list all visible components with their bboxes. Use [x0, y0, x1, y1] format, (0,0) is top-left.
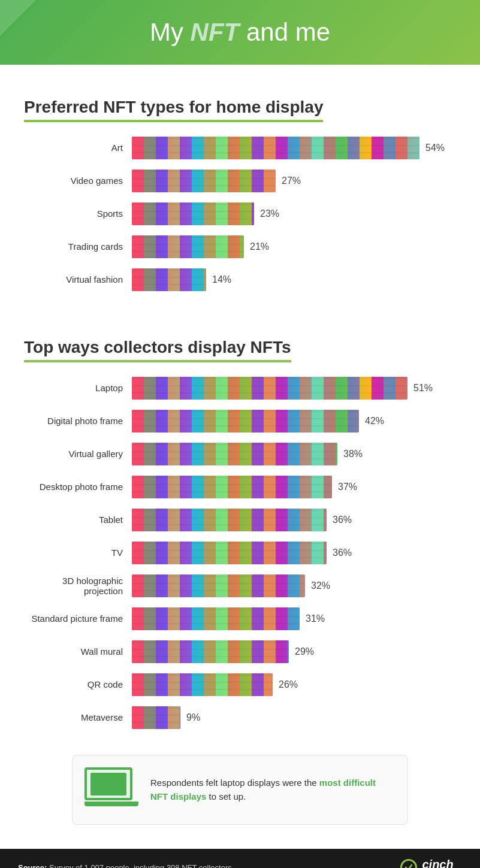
chart-bar [132, 574, 305, 597]
chart-row: Virtual fashion 14% [24, 266, 456, 293]
chart-percent: 9% [186, 712, 200, 723]
chart-bar [132, 170, 276, 192]
logo-name: cinch [422, 858, 453, 868]
chart-row: Art 54% [24, 134, 456, 161]
chart-percent: 51% [413, 383, 433, 394]
chart-row: Trading cards 21% [24, 233, 456, 260]
section2-title: Top ways collectors display NFTs [24, 335, 291, 362]
chart-label: Laptop [24, 383, 132, 393]
chart-bar-container: 31% [132, 607, 456, 630]
chart-percent: 37% [338, 482, 357, 492]
chart-bar-container: 37% [132, 476, 456, 498]
chart-row: Wall mural 29% [24, 638, 456, 665]
chart-bar-container: 36% [132, 542, 456, 564]
chart-row: Video games 27% [24, 167, 456, 194]
chart-row: TV 36% [24, 539, 456, 566]
chart-label: Tablet [24, 515, 132, 525]
chart-bar-container: 36% [132, 509, 456, 531]
chart-percent: 21% [250, 241, 269, 252]
info-box: Respondents felt laptop displays were th… [72, 755, 408, 825]
main-content: Preferred NFT types for home display Art… [0, 65, 480, 849]
chart-percent: 42% [365, 416, 384, 427]
chart-bar [132, 673, 273, 696]
chart-label: Virtual gallery [24, 449, 132, 459]
section1-title: Preferred NFT types for home display [24, 95, 323, 122]
chart-bar-container: 9% [132, 706, 456, 729]
chart-bar-container: 14% [132, 268, 456, 291]
chart-bar-container: 38% [132, 443, 456, 465]
chart-label: QR code [24, 679, 132, 689]
chart-percent: 36% [333, 515, 352, 525]
chart-bar-container: 21% [132, 235, 456, 258]
chart-row: Digital photo frame 42% [24, 407, 456, 434]
chart-row: Laptop 51% [24, 374, 456, 401]
chart-bar-container: 42% [132, 410, 456, 433]
chart-row: Sports 23% [24, 200, 456, 227]
checkmark-icon [404, 863, 413, 868]
section1: Preferred NFT types for home display Art… [24, 77, 456, 293]
chart-bar-container: 51% [132, 377, 456, 400]
footer-source: Source: Survey of 1,007 people, includin… [18, 863, 232, 869]
chart-bar-container: 26% [132, 673, 456, 696]
info-text: Respondents felt laptop displays were th… [150, 776, 396, 803]
chart-label: Sports [24, 208, 132, 219]
chart-label: Virtual fashion [24, 274, 132, 285]
chart-percent: 26% [279, 679, 298, 690]
chart-bar [132, 509, 327, 531]
chart-percent: 23% [260, 208, 279, 219]
chart-bar [132, 137, 419, 159]
chart-label: Trading cards [24, 241, 132, 252]
logo-text-wrapper: cinch HOME SERVICES [422, 858, 462, 868]
page-title: My NFT and me [12, 18, 468, 47]
chart-percent: 36% [333, 548, 352, 558]
chart-label: Art [24, 143, 132, 153]
chart-bar [132, 377, 407, 400]
chart-bar [132, 268, 206, 291]
footer: Source: Survey of 1,007 people, includin… [0, 849, 480, 868]
chart-percent: 31% [306, 613, 325, 624]
chart-percent: 29% [295, 646, 314, 657]
chart-label: Standard picture frame [24, 613, 132, 624]
chart-label: 3D holographic projection [24, 576, 132, 596]
chart-bar [132, 476, 332, 498]
chart-percent: 38% [343, 449, 363, 459]
chart-row: Standard picture frame 31% [24, 605, 456, 632]
chart-bar [132, 202, 254, 225]
chart-row: Metaverse 9% [24, 704, 456, 731]
chart-percent: 54% [425, 143, 445, 153]
chart-label: Digital photo frame [24, 416, 132, 426]
chart-bar-container: 23% [132, 202, 456, 225]
section1-chart: Art 54% Video games 27% Sports 23% Tradi… [24, 134, 456, 293]
cinch-check-icon [400, 859, 417, 868]
laptop-screen-inner [90, 773, 126, 796]
chart-label: TV [24, 548, 132, 558]
cinch-logo: cinch HOME SERVICES [400, 858, 462, 868]
chart-percent: 27% [282, 176, 301, 186]
chart-row: Virtual gallery 38% [24, 440, 456, 467]
chart-bar [132, 640, 289, 663]
chart-bar [132, 706, 180, 729]
chart-bar [132, 235, 244, 258]
chart-bar [132, 607, 300, 630]
chart-row: Desktop photo frame 37% [24, 473, 456, 500]
chart-label: Video games [24, 176, 132, 186]
chart-bar [132, 542, 327, 564]
chart-bar [132, 410, 359, 433]
chart-label: Metaverse [24, 712, 132, 722]
chart-row: 3D holographic projection 32% [24, 572, 456, 599]
chart-bar-container: 54% [132, 137, 456, 159]
chart-percent: 14% [212, 274, 231, 285]
section2: Top ways collectors display NFTs Laptop … [24, 317, 456, 731]
chart-bar [132, 443, 337, 465]
laptop-base [84, 802, 138, 806]
laptop-screen-border [84, 767, 132, 800]
header: My NFT and me [0, 0, 480, 65]
chart-bar-container: 27% [132, 170, 456, 192]
laptop-icon [84, 767, 138, 812]
chart-bar-container: 29% [132, 640, 456, 663]
section2-chart: Laptop 51% Digital photo frame 42% Virtu… [24, 374, 456, 731]
chart-bar-container: 32% [132, 574, 456, 597]
chart-label: Wall mural [24, 646, 132, 657]
chart-label: Desktop photo frame [24, 482, 132, 492]
chart-percent: 32% [311, 580, 330, 591]
